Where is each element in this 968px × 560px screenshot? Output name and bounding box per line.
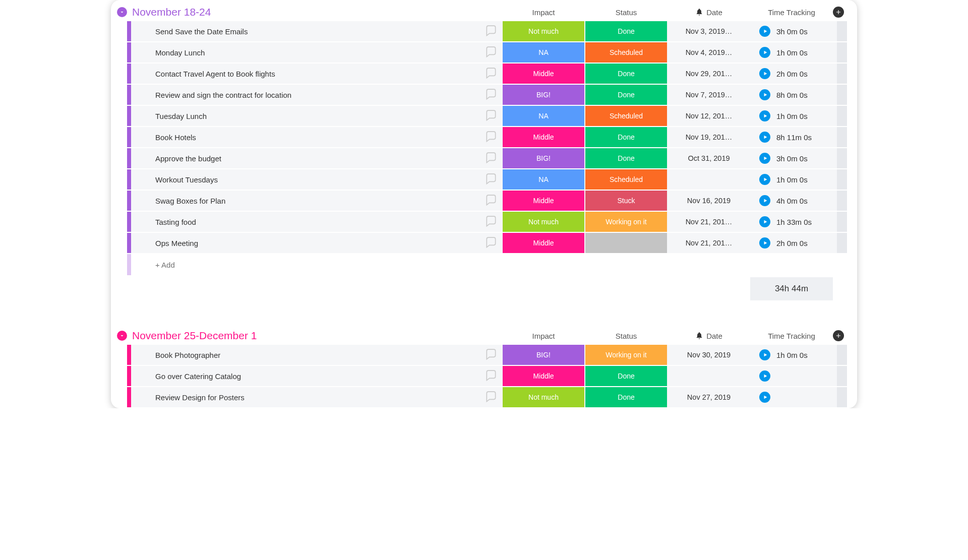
task-name[interactable]: Book Photographer [151,351,480,359]
task-name[interactable]: Monday Lunch [151,48,480,57]
date-cell[interactable]: Nov 16, 2019 [668,197,750,205]
col-head-status[interactable]: Status [585,8,668,17]
task-name[interactable]: Review Design for Posters [151,393,480,402]
task-row[interactable]: Monday LunchNAScheduledNov 4, 2019…1h 0m… [127,42,847,63]
status-cell[interactable]: Stuck [585,191,667,211]
task-row[interactable]: Swag Boxes for PlanMiddleStuckNov 16, 20… [127,191,847,211]
task-row[interactable]: Book HotelsMiddleDoneNov 19, 201…8h 11m … [127,127,847,147]
play-button[interactable] [759,370,770,382]
impact-cell[interactable]: Not much [503,212,584,232]
time-tracking-cell[interactable] [750,370,833,382]
task-name[interactable]: Workout Tuesdays [151,175,480,184]
date-cell[interactable]: Nov 4, 2019… [668,48,750,56]
time-tracking-cell[interactable]: 1h 33m 0s [750,216,833,227]
col-head-date[interactable]: Date [668,332,750,340]
col-head-time[interactable]: Time Tracking [750,332,833,340]
add-item-row[interactable] [127,254,847,275]
date-cell[interactable]: Nov 12, 201… [668,112,750,120]
comment-button[interactable] [480,106,502,126]
add-item-input[interactable] [151,261,480,269]
comment-button[interactable] [480,42,502,63]
play-button[interactable] [759,153,770,164]
date-cell[interactable]: Nov 21, 201… [668,239,750,247]
comment-button[interactable] [480,345,502,365]
task-name[interactable]: Review and sign the contract for locatio… [151,91,480,99]
play-button[interactable] [759,237,770,248]
play-button[interactable] [759,349,770,360]
impact-cell[interactable]: Middle [503,64,584,84]
date-cell[interactable]: Nov 3, 2019… [668,27,750,35]
comment-button[interactable] [480,85,502,105]
time-tracking-cell[interactable]: 2h 0m 0s [750,68,833,79]
col-head-date[interactable]: Date [668,8,750,17]
col-head-time[interactable]: Time Tracking [750,8,833,17]
status-cell[interactable]: Done [585,127,667,147]
task-name[interactable]: Book Hotels [151,133,480,142]
time-tracking-cell[interactable]: 3h 0m 0s [750,153,833,164]
comment-button[interactable] [480,127,502,147]
time-tracking-cell[interactable]: 8h 0m 0s [750,89,833,100]
impact-cell[interactable]: NA [503,169,584,190]
time-tracking-cell[interactable]: 1h 0m 0s [750,110,833,121]
play-button[interactable] [759,174,770,185]
task-row[interactable]: Approve the budgetBIG!DoneOct 31, 20193h… [127,148,847,168]
col-head-impact[interactable]: Impact [502,332,585,340]
task-row[interactable]: Go over Catering CatalogMiddleDone [127,366,847,386]
task-row[interactable]: Review and sign the contract for locatio… [127,85,847,105]
play-button[interactable] [759,132,770,143]
status-cell[interactable]: Scheduled [585,106,667,126]
task-row[interactable]: Tuesday LunchNAScheduledNov 12, 201…1h 0… [127,106,847,126]
time-tracking-cell[interactable]: 1h 0m 0s [750,349,833,360]
col-head-status[interactable]: Status [585,332,668,340]
impact-cell[interactable]: Middle [503,191,584,211]
status-cell[interactable]: Done [585,387,667,407]
task-name[interactable]: Ops Meeting [151,239,480,247]
task-row[interactable]: Contact Travel Agent to Book flightsMidd… [127,64,847,84]
status-cell[interactable]: Done [585,366,667,386]
play-button[interactable] [759,195,770,206]
date-cell[interactable]: Nov 30, 2019 [668,351,750,359]
play-button[interactable] [759,110,770,121]
comment-button[interactable] [480,212,502,232]
task-name[interactable]: Go over Catering Catalog [151,372,480,381]
impact-cell[interactable]: BIG! [503,148,584,168]
play-button[interactable] [759,26,770,37]
play-button[interactable] [759,68,770,79]
comment-button[interactable] [480,21,502,41]
status-cell[interactable]: Done [585,148,667,168]
date-cell[interactable]: Nov 21, 201… [668,218,750,226]
task-row[interactable]: Book PhotographerBIG!Working on itNov 30… [127,345,847,365]
impact-cell[interactable]: Middle [503,366,584,386]
time-tracking-cell[interactable]: 2h 0m 0s [750,237,833,248]
group-title[interactable]: November 25-December 1 [132,330,257,342]
date-cell[interactable]: Nov 29, 201… [668,70,750,78]
impact-cell[interactable]: NA [503,106,584,126]
date-cell[interactable]: Nov 27, 2019 [668,393,750,401]
time-tracking-cell[interactable]: 8h 11m 0s [750,132,833,143]
impact-cell[interactable]: NA [503,42,584,63]
task-name[interactable]: Approve the budget [151,154,480,163]
impact-cell[interactable]: BIG! [503,85,584,105]
status-cell[interactable]: Done [585,21,667,41]
comment-button[interactable] [480,169,502,190]
comment-button[interactable] [480,64,502,84]
task-name[interactable]: Contact Travel Agent to Book flights [151,70,480,78]
impact-cell[interactable]: BIG! [503,345,584,365]
task-row[interactable]: Review Design for PostersNot muchDoneNov… [127,387,847,407]
impact-cell[interactable]: Not much [503,21,584,41]
impact-cell[interactable]: Middle [503,233,584,253]
group-title[interactable]: November 18-24 [132,6,211,18]
date-cell[interactable]: Oct 31, 2019 [668,154,750,162]
task-name[interactable]: Tuesday Lunch [151,112,480,120]
time-tracking-cell[interactable]: 3h 0m 0s [750,26,833,37]
status-cell[interactable] [585,233,667,253]
time-tracking-cell[interactable]: 1h 0m 0s [750,174,833,185]
task-row[interactable]: Workout TuesdaysNAScheduled1h 0m 0s [127,169,847,190]
collapse-toggle[interactable] [117,331,127,341]
time-tracking-cell[interactable]: 1h 0m 0s [750,47,833,58]
task-name[interactable]: Swag Boxes for Plan [151,197,480,205]
task-row[interactable]: Send Save the Date EmailsNot muchDoneNov… [127,21,847,41]
play-button[interactable] [759,392,770,403]
task-row[interactable]: Tasting foodNot muchWorking on itNov 21,… [127,212,847,232]
status-cell[interactable]: Done [585,64,667,84]
